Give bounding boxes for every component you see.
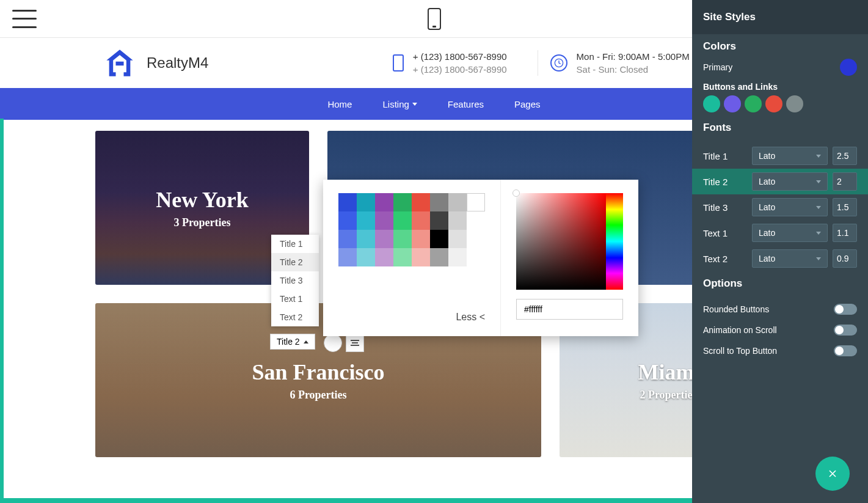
option-animation-scroll: Animation on Scroll	[692, 320, 868, 340]
chevron-down-icon	[412, 103, 417, 106]
option-scroll-top: Scroll to Top Button	[692, 340, 868, 361]
chevron-down-icon	[816, 232, 821, 235]
swatch[interactable]	[375, 230, 393, 248]
menu-item-text2[interactable]: Text 2	[271, 308, 319, 326]
color-swatch[interactable]	[745, 95, 762, 112]
primary-color-dot[interactable]	[840, 59, 857, 76]
swatch[interactable]	[430, 230, 448, 248]
toggle-scroll-top[interactable]	[834, 345, 857, 356]
card-title: San Francisco	[252, 359, 384, 385]
swatch[interactable]	[357, 248, 375, 266]
swatch[interactable]	[448, 211, 467, 230]
swatch[interactable]	[338, 248, 357, 266]
style-selector-dropdown[interactable]: Title 2	[270, 334, 315, 350]
color-swatch[interactable]	[765, 95, 782, 112]
font-row-text2: Text 2 Lato 0.9	[692, 246, 868, 271]
font-size-input[interactable]: 2	[833, 172, 857, 191]
swatch[interactable]	[338, 211, 357, 230]
swatch[interactable]	[338, 193, 357, 211]
font-row-title1: Title 1 Lato 2.5	[692, 143, 868, 169]
font-name: Lato	[759, 151, 775, 161]
card-title: Miam	[638, 359, 695, 385]
swatch[interactable]	[412, 193, 430, 211]
swatch[interactable]	[393, 211, 412, 230]
swatch[interactable]	[430, 248, 448, 266]
font-select[interactable]: Lato	[752, 172, 828, 191]
font-size-input[interactable]: 1.1	[833, 224, 857, 242]
font-size-input[interactable]: 0.9	[833, 249, 857, 268]
nav-features[interactable]: Features	[448, 99, 484, 109]
option-label: Rounded Buttons	[703, 304, 769, 314]
swatch[interactable]	[412, 248, 430, 266]
less-link[interactable]: Less <	[338, 312, 485, 323]
swatch[interactable]	[393, 230, 412, 248]
swatch[interactable]	[412, 211, 430, 230]
color-picker-popup: Less <	[323, 180, 638, 336]
nav-home[interactable]: Home	[327, 99, 352, 109]
color-swatch[interactable]	[786, 95, 803, 112]
page-accent-left	[0, 119, 4, 501]
nav-listing[interactable]: Listing	[382, 99, 417, 109]
font-size-input[interactable]: 1.5	[833, 198, 857, 216]
swatch[interactable]	[375, 193, 393, 211]
swatch[interactable]	[430, 193, 448, 211]
swatch[interactable]	[357, 211, 375, 230]
menu-item-title2[interactable]: Title 2	[271, 253, 319, 271]
font-name: Lato	[759, 177, 775, 186]
color-swatch[interactable]	[703, 95, 720, 112]
swatch[interactable]	[393, 193, 412, 211]
sv-handle[interactable]	[512, 189, 520, 197]
font-name: Lato	[759, 202, 775, 212]
menu-item-title1[interactable]: Title 1	[271, 235, 319, 253]
card-subtitle: 6 Properties	[290, 389, 346, 402]
swatch[interactable]	[430, 211, 448, 230]
chevron-down-icon	[816, 206, 821, 209]
font-select[interactable]: Lato	[752, 198, 828, 216]
swatch[interactable]	[375, 248, 393, 266]
nav-pages[interactable]: Pages	[514, 99, 541, 109]
swatch[interactable]	[338, 230, 357, 248]
phone-secondary: + (123) 1800-567-8990	[413, 63, 507, 76]
font-row-title3: Title 3 Lato 1.5	[692, 194, 868, 220]
swatch[interactable]	[357, 193, 375, 211]
chevron-down-icon	[816, 180, 821, 183]
swatch[interactable]	[375, 211, 393, 230]
font-label: Title 3	[703, 202, 747, 213]
font-select[interactable]: Lato	[752, 249, 828, 268]
toggle-animation[interactable]	[834, 325, 857, 336]
chevron-down-icon	[816, 155, 821, 158]
primary-color-label: Primary	[703, 62, 732, 72]
chevron-down-icon	[816, 257, 821, 260]
header-hours-block: Mon - Fri: 9:00AM - 5:00PM Sat - Sun: Cl…	[538, 50, 702, 76]
hue-slider[interactable]	[606, 193, 623, 290]
swatch[interactable]	[448, 230, 467, 248]
swatch[interactable]	[448, 248, 467, 266]
hours-secondary: Sat - Sun: Closed	[577, 63, 690, 76]
swatch-white[interactable]	[467, 193, 485, 211]
chevron-up-icon	[304, 340, 308, 343]
saturation-value-picker[interactable]	[516, 193, 606, 290]
mobile-device-icon[interactable]	[428, 8, 441, 30]
brand-name[interactable]: RealtyM4	[147, 54, 208, 72]
align-button[interactable]	[346, 334, 364, 352]
font-label: Title 2	[703, 177, 747, 187]
font-size-input[interactable]: 2.5	[833, 147, 857, 165]
site-logo-icon[interactable]	[104, 47, 136, 79]
menu-icon[interactable]	[12, 10, 37, 28]
font-select[interactable]: Lato	[752, 224, 828, 242]
font-select[interactable]: Lato	[752, 147, 828, 165]
font-label: Title 1	[703, 151, 747, 161]
color-picker-button[interactable]	[324, 334, 342, 352]
color-swatch[interactable]	[724, 95, 741, 112]
font-row-text1: Text 1 Lato 1.1	[692, 220, 868, 246]
swatch[interactable]	[393, 248, 412, 266]
menu-item-title3[interactable]: Title 3	[271, 271, 319, 290]
close-panel-button[interactable]	[815, 457, 850, 491]
menu-item-text1[interactable]: Text 1	[271, 290, 319, 308]
swatch[interactable]	[357, 230, 375, 248]
toggle-rounded[interactable]	[834, 304, 857, 315]
swatch[interactable]	[448, 193, 467, 211]
style-selector-label: Title 2	[277, 337, 300, 347]
swatch[interactable]	[412, 230, 430, 248]
hex-input[interactable]	[516, 299, 623, 320]
